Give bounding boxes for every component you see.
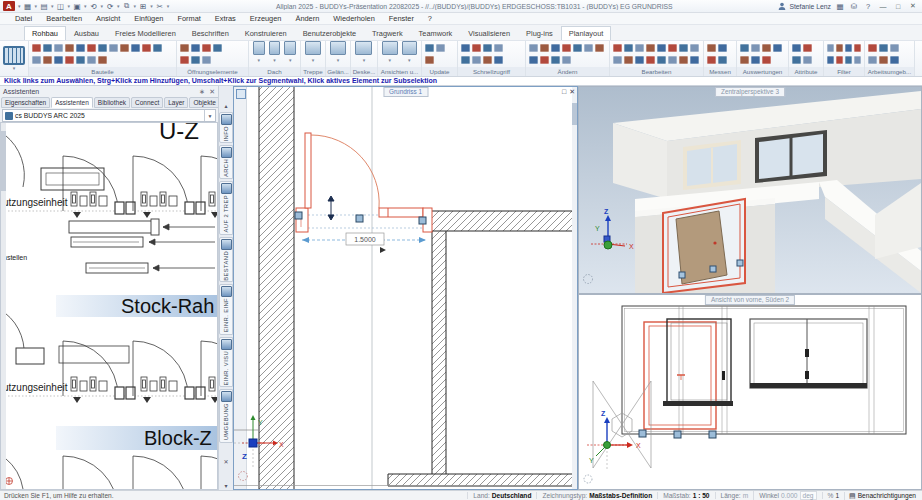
ribbon-tool-icon[interactable] bbox=[890, 56, 899, 64]
dropdown-icon[interactable]: ▾ bbox=[167, 3, 170, 9]
allplan-logo-icon[interactable]: A bbox=[3, 1, 15, 11]
assistant-tab-bestand[interactable]: BESTAND bbox=[219, 237, 233, 283]
ribbon-tool-icon[interactable] bbox=[202, 44, 211, 52]
ribbon-tool-icon[interactable] bbox=[180, 56, 189, 64]
viewport-close-icon[interactable]: ✕ bbox=[569, 88, 575, 96]
ribbon-tool-icon[interactable] bbox=[827, 44, 834, 52]
dropdown-icon[interactable]: ▾ bbox=[312, 57, 315, 63]
status-cell[interactable]: Land:Deutschland bbox=[467, 492, 536, 499]
open-icon[interactable]: ▤ bbox=[38, 1, 50, 12]
ribbon-tool-icon[interactable] bbox=[65, 44, 74, 52]
document-icon[interactable]: ▣ bbox=[71, 1, 83, 12]
assistant-tab-einr-visu[interactable]: EINR. VISU bbox=[219, 337, 233, 388]
wall-tool-button[interactable]: ▾ bbox=[0, 41, 29, 76]
ribbon-tool-icon[interactable] bbox=[646, 56, 655, 64]
menu-item[interactable]: Einfügen bbox=[127, 14, 170, 23]
ribbon-tool-icon[interactable] bbox=[76, 56, 85, 64]
ribbon-tab[interactable]: Benutzerobjekte bbox=[295, 26, 364, 40]
ribbon-tool-icon[interactable] bbox=[854, 56, 861, 64]
viewport-elevation[interactable]: Ansicht von vorne, Süden 2 bbox=[578, 294, 922, 490]
panel-tab-objekte[interactable]: Objekte bbox=[189, 97, 219, 108]
ribbon-tool-icon[interactable] bbox=[635, 44, 644, 52]
move-handle-icon[interactable] bbox=[328, 196, 334, 220]
dropdown-icon[interactable]: ▾ bbox=[150, 3, 153, 9]
ribbon-tool-icon[interactable] bbox=[355, 41, 372, 55]
ribbon-tool-icon[interactable] bbox=[573, 44, 582, 52]
ribbon-tab[interactable]: Tragwerk bbox=[364, 26, 411, 40]
ribbon-tool-icon[interactable] bbox=[624, 44, 633, 52]
compass-icon[interactable] bbox=[239, 472, 248, 481]
ribbon-tool-icon[interactable] bbox=[854, 44, 861, 52]
ribbon-tool-icon[interactable] bbox=[330, 41, 346, 55]
ribbon-tool-icon[interactable] bbox=[202, 56, 211, 64]
dropdown-icon[interactable]: ▾ bbox=[68, 3, 71, 9]
window-icon[interactable]: ⊞ bbox=[137, 1, 149, 12]
apps-grid-icon[interactable]: ▦ bbox=[834, 1, 846, 12]
dropdown-icon[interactable]: ▾ bbox=[258, 57, 261, 63]
ribbon-tool-icon[interactable] bbox=[76, 44, 85, 52]
ribbon-tool-icon[interactable] bbox=[751, 44, 760, 52]
ribbon-tab[interactable]: Visualisieren bbox=[460, 26, 518, 40]
ribbon-tool-icon[interactable] bbox=[425, 44, 434, 52]
ribbon-tool-icon[interactable] bbox=[718, 44, 727, 52]
menu-item[interactable]: Ansicht bbox=[89, 14, 127, 23]
menu-item[interactable]: Bearbeiten bbox=[39, 14, 89, 23]
ribbon-tool-icon[interactable] bbox=[483, 56, 492, 64]
ribbon-tool-icon[interactable] bbox=[402, 41, 418, 55]
viewport-restore-icon[interactable]: □ bbox=[562, 88, 566, 96]
ribbon-tool-icon[interactable] bbox=[213, 44, 222, 52]
assistant-header-block[interactable]: Block-Z bbox=[144, 427, 212, 449]
panel-scrollbar[interactable] bbox=[1, 123, 6, 489]
wall-horizontal-right[interactable] bbox=[431, 211, 577, 231]
logo-dropdown-icon[interactable]: ▾ bbox=[18, 3, 21, 9]
restore-button[interactable]: □ bbox=[892, 3, 904, 10]
ribbon-tool-icon[interactable] bbox=[284, 41, 296, 55]
panel-tab-layer[interactable]: Layer bbox=[164, 97, 188, 108]
ribbon-tab[interactable]: Ausbau bbox=[66, 26, 107, 40]
ribbon-tool-icon[interactable] bbox=[472, 44, 481, 52]
viewport-menu-icon[interactable] bbox=[236, 89, 246, 99]
window-elevation[interactable] bbox=[750, 319, 867, 388]
project-icon[interactable]: ▦ bbox=[22, 1, 34, 12]
ribbon-tool-icon[interactable] bbox=[562, 44, 571, 52]
ribbon-tool-icon[interactable] bbox=[836, 56, 843, 64]
ribbon-tool-icon[interactable] bbox=[624, 56, 633, 64]
ribbon-tool-icon[interactable] bbox=[494, 44, 503, 52]
ribbon-tool-icon[interactable] bbox=[613, 56, 622, 64]
ribbon-tool-icon[interactable] bbox=[131, 44, 140, 52]
ribbon-tool-icon[interactable] bbox=[87, 56, 96, 64]
panel-tab-assistenten[interactable]: Assistenten bbox=[51, 97, 93, 108]
help-icon[interactable]: ? bbox=[862, 1, 874, 12]
ribbon-tool-icon[interactable] bbox=[868, 56, 877, 64]
dropdown-icon[interactable]: ▾ bbox=[337, 57, 340, 63]
menu-item[interactable]: Extras bbox=[208, 14, 243, 23]
ribbon-tool-icon[interactable] bbox=[595, 44, 604, 52]
ribbon-tool-icon[interactable] bbox=[740, 56, 749, 64]
window-light[interactable] bbox=[683, 140, 741, 190]
ribbon-tool-icon[interactable] bbox=[98, 44, 107, 52]
viewport-perspective-title[interactable]: Zentralperspektive 3 bbox=[715, 87, 785, 97]
ribbon-tool-icon[interactable] bbox=[529, 56, 538, 64]
redo-icon[interactable]: ⟳ bbox=[104, 1, 116, 12]
menu-item[interactable]: Fenster bbox=[382, 14, 421, 23]
ribbon-tool-icon[interactable] bbox=[551, 44, 560, 52]
assistant-tab-arch[interactable]: ARCH bbox=[219, 145, 233, 179]
status-cell[interactable]: %1 bbox=[822, 492, 845, 499]
ribbon-tool-icon[interactable] bbox=[773, 44, 782, 52]
ribbon-tool-icon[interactable] bbox=[191, 56, 200, 64]
dropdown-icon[interactable]: ▾ bbox=[51, 3, 54, 9]
close-button[interactable]: ✕ bbox=[907, 2, 919, 10]
ribbon-tool-icon[interactable] bbox=[792, 56, 801, 64]
panel-close-icon[interactable]: ✕ bbox=[209, 88, 215, 96]
ribbon-tab[interactable]: Planlayout bbox=[561, 26, 612, 40]
ribbon-tool-icon[interactable] bbox=[472, 56, 481, 64]
dropdown-icon[interactable]: ▾ bbox=[363, 57, 366, 63]
ribbon-tab[interactable]: Konstruieren bbox=[237, 26, 295, 40]
ribbon-tool-icon[interactable] bbox=[540, 44, 549, 52]
ribbon-tool-icon[interactable] bbox=[483, 44, 492, 52]
wall-tool-dropdown-icon[interactable]: ▾ bbox=[13, 65, 16, 71]
ribbon-tool-icon[interactable] bbox=[827, 56, 834, 64]
ribbon-tool-icon[interactable] bbox=[461, 56, 470, 64]
assistant-tab-info[interactable]: INFO bbox=[219, 112, 233, 143]
door-frame-dark[interactable] bbox=[663, 319, 733, 406]
